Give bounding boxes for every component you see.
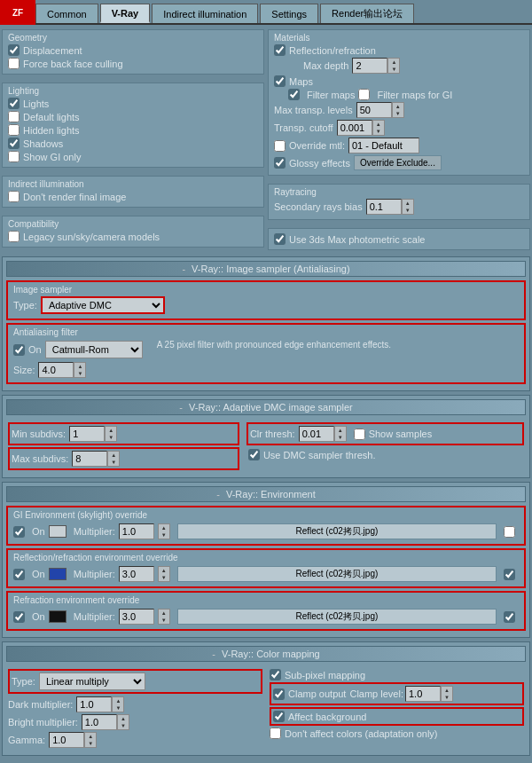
refl-override-group: Reflection/refraction environment overri… — [6, 548, 526, 588]
gi-on-checkbox[interactable] — [13, 526, 25, 538]
use-3ds-label: Use 3ds Max photometric scale — [289, 234, 425, 245]
dont-affect-checkbox[interactable] — [270, 728, 281, 739]
displacement-checkbox[interactable] — [8, 44, 20, 56]
shadows-checkbox[interactable] — [8, 138, 20, 149]
max-depth-input[interactable] — [352, 58, 387, 74]
gi-multiplier-input[interactable] — [119, 523, 154, 539]
max-subdivs-spinner[interactable]: ▲▼ — [107, 451, 120, 467]
adaptive-dmc-title: - V-Ray:: Adaptive DMC image sampler — [6, 399, 526, 415]
refr-override-group: Refraction environment override On Multi… — [6, 591, 526, 631]
clr-thresh-spinner[interactable]: ▲▼ — [334, 426, 347, 442]
max-transp-input[interactable] — [356, 102, 392, 118]
dont-render-checkbox[interactable] — [8, 191, 20, 202]
aa-filter-dropdown[interactable]: Catmull-Rom Area Sharp — [45, 341, 143, 358]
max-depth-spinner[interactable]: ▲▼ — [387, 58, 400, 74]
refl-file-btn[interactable]: Reflect (c02拷贝.jpg) — [177, 566, 497, 582]
min-subdivs-spinner[interactable]: ▲▼ — [105, 426, 117, 442]
refr-file-btn[interactable]: Reflect (c02拷贝.jpg) — [177, 609, 497, 625]
override-mtl-input[interactable] — [348, 138, 419, 153]
refl-multiplier-input[interactable] — [119, 566, 154, 582]
filter-maps-gi-checkbox[interactable] — [358, 89, 370, 100]
refr-file-checkbox[interactable] — [504, 611, 515, 623]
lights-checkbox[interactable] — [8, 98, 20, 109]
secondary-bias-label: Secondary rays bias — [274, 201, 363, 212]
raytracing-group: Raytracing Secondary rays bias ▲▼ — [268, 184, 530, 220]
maps-label: Maps — [289, 76, 313, 87]
min-subdivs-label: Min subdivs: — [12, 429, 66, 439]
sub-pixel-checkbox[interactable] — [270, 669, 281, 680]
use-3ds-checkbox[interactable] — [274, 233, 286, 245]
compatibility-right-group: Use 3ds Max photometric scale — [268, 228, 530, 250]
transp-cutoff-input[interactable] — [337, 120, 372, 136]
clamp-level-input[interactable] — [405, 686, 441, 702]
transp-cutoff-spinner[interactable]: ▲▼ — [372, 120, 385, 136]
show-samples-checkbox[interactable] — [354, 429, 365, 440]
color-mapping-section: - V-Ray:: Color mapping Type: Linear mul… — [2, 641, 530, 756]
show-gi-checkbox[interactable] — [8, 151, 20, 162]
affect-bg-label: Affect background — [288, 712, 366, 722]
affect-bg-checkbox[interactable] — [273, 711, 285, 722]
refl-refr-checkbox[interactable] — [274, 44, 286, 56]
secondary-bias-input[interactable] — [366, 199, 402, 215]
aa-on-checkbox[interactable] — [13, 344, 25, 356]
max-subdivs-input[interactable] — [72, 451, 107, 467]
override-mtl-checkbox[interactable] — [274, 140, 286, 152]
displacement-label: Displacement — [23, 45, 82, 56]
refr-on-checkbox[interactable] — [13, 611, 25, 623]
tab-common[interactable]: Common — [35, 4, 98, 23]
dont-render-label: Don't render final image — [23, 192, 126, 202]
max-transp-spinner[interactable]: ▲▼ — [392, 102, 404, 118]
bright-mult-spinner[interactable]: ▲▼ — [117, 714, 129, 730]
gi-multiplier-spinner[interactable]: ▲▼ — [158, 523, 170, 539]
bright-mult-input[interactable] — [82, 714, 117, 730]
max-subdivs-label: Max subdivs: — [12, 453, 68, 464]
clamp-level-spinner[interactable]: ▲▼ — [441, 686, 453, 702]
image-sampler-group: Image sampler Type: Adaptive DMC Fixed r… — [6, 280, 526, 320]
cm-type-dropdown[interactable]: Linear multiply Exponential HSV exponent… — [39, 673, 145, 690]
gi-color-swatch[interactable] — [49, 525, 66, 538]
show-samples-label: Show samples — [369, 429, 433, 439]
legacy-checkbox[interactable] — [8, 231, 20, 242]
bright-mult-label: Bright multiplier: — [8, 717, 78, 728]
dark-mult-spinner[interactable]: ▲▼ — [112, 696, 124, 712]
refr-multiplier-input[interactable] — [119, 609, 154, 625]
refl-color-swatch[interactable] — [49, 568, 66, 580]
force-back-checkbox[interactable] — [8, 58, 20, 69]
use-dmc-checkbox[interactable] — [248, 449, 260, 460]
size-input[interactable] — [38, 362, 74, 378]
gi-file-checkbox[interactable] — [504, 526, 515, 538]
maps-checkbox[interactable] — [274, 75, 286, 87]
min-subdivs-input[interactable] — [69, 426, 105, 442]
refr-color-swatch[interactable] — [49, 610, 66, 623]
tab-indirect[interactable]: Indirect illumination — [152, 4, 258, 23]
hidden-lights-checkbox[interactable] — [8, 124, 20, 136]
main-panel: Geometry Displacement Force back face cu… — [0, 25, 532, 763]
clamp-output-checkbox[interactable] — [273, 688, 285, 700]
tab-render[interactable]: Render输出论坛 — [320, 4, 414, 23]
glossy-label: Glossy effects — [289, 158, 350, 169]
filter-maps-checkbox[interactable] — [288, 89, 300, 100]
tab-settings[interactable]: Settings — [260, 4, 318, 23]
secondary-bias-spinner[interactable]: ▲▼ — [402, 199, 414, 215]
compatibility-group: Compatibility Legacy sun/sky/camera mode… — [2, 216, 264, 248]
dark-mult-label: Dark multiplier: — [8, 699, 73, 710]
shadows-label: Shadows — [23, 138, 63, 149]
glossy-checkbox[interactable] — [274, 157, 286, 169]
clr-thresh-input[interactable] — [299, 426, 334, 442]
tab-vray[interactable]: V-Ray — [100, 4, 151, 23]
use-dmc-label: Use DMC sampler thresh. — [263, 450, 376, 460]
default-lights-checkbox[interactable] — [8, 111, 20, 122]
gi-file-btn[interactable]: Reflect (c02拷贝.jpg) — [177, 523, 497, 539]
default-lights-label: Default lights — [23, 112, 80, 122]
refl-mult-label: Multiplier: — [74, 569, 115, 579]
refr-multiplier-spinner[interactable]: ▲▼ — [158, 609, 170, 625]
gamma-input[interactable] — [49, 732, 84, 748]
size-spinner[interactable]: ▲▼ — [74, 362, 86, 378]
refl-on-checkbox[interactable] — [13, 569, 25, 580]
override-exclude-btn[interactable]: Override Exclude... — [354, 155, 442, 170]
refl-multiplier-spinner[interactable]: ▲▼ — [158, 566, 170, 582]
type-dropdown[interactable]: Adaptive DMC Fixed rate Adaptive subdivi… — [41, 296, 165, 314]
dark-mult-input[interactable] — [76, 696, 112, 712]
refl-file-checkbox[interactable] — [504, 569, 515, 580]
gamma-spinner[interactable]: ▲▼ — [84, 732, 97, 748]
